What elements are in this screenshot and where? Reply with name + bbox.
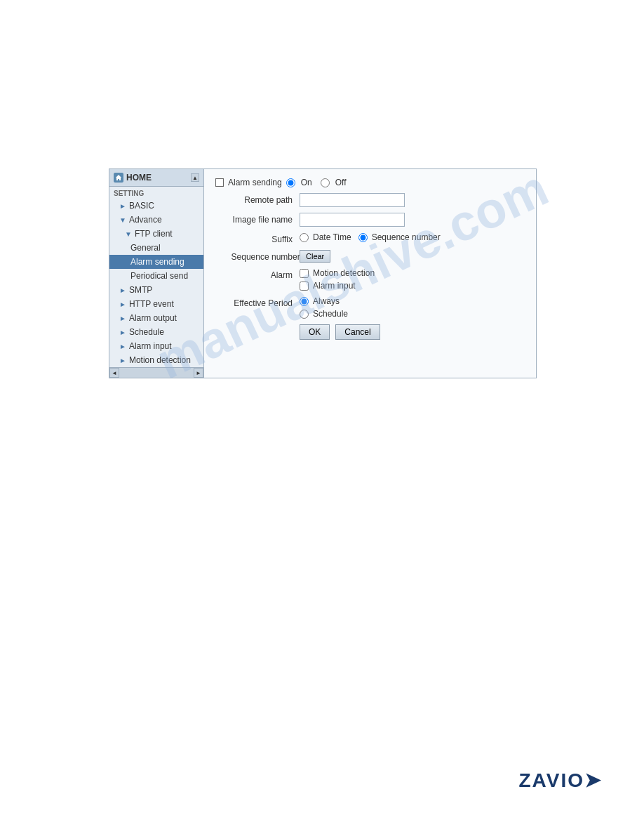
seq-clear-row: Sequence number clear Clear [215,250,525,263]
sidebar-home[interactable]: HOME ▲ [109,169,203,187]
effective-period-row: Effective Period Always Schedule [215,296,525,319]
alarm-label: Alarm [215,268,300,280]
alarm-input-checkbox[interactable] [300,282,309,291]
sidebar-item-alarm-input[interactable]: ► Alarm input [109,339,203,353]
main-content: Alarm sending On Off Remote path Image f… [204,169,536,378]
sidebar-item-schedule[interactable]: ► Schedule [109,325,203,339]
alarm-sending-on-radio[interactable] [286,178,295,187]
http-arrow-icon: ► [119,300,126,308]
image-file-name-row: Image file name [215,213,525,227]
ok-button[interactable]: OK [300,324,330,340]
sidebar-item-alarm-sending[interactable]: Alarm sending [109,255,203,269]
alarm-input-checkbox-label: Alarm input [313,281,356,291]
schedule-form-label: Schedule [313,309,348,319]
alarm-output-arrow-icon: ► [119,315,126,322]
svg-marker-0 [116,175,121,180]
alarm-sending-checkbox-box [215,178,224,187]
sidebar-scroll-left-btn[interactable]: ◄ [109,368,119,378]
suffix-datetime-radio[interactable] [300,233,309,242]
smtp-arrow-icon: ► [119,286,126,294]
suffix-sequence-radio[interactable] [358,233,368,242]
sidebar-item-advance[interactable]: ▼ Advance [109,213,203,227]
alarm-output-label: Alarm output [129,313,177,323]
basic-label: BASIC [129,201,154,211]
smtp-label: SMTP [129,285,152,295]
periodical-send-label: Periodical send [130,271,188,281]
motion-detection-checkbox-label: Motion detection [313,268,375,278]
suffix-label: Suffix [215,232,300,244]
motion-detection-label: Motion detection [129,355,191,365]
alarm-sending-row: Alarm sending On Off [215,178,525,187]
alarm-sending-form-label: Alarm sending [228,178,282,187]
alarm-sending-on-label: On [301,178,312,187]
sidebar-scroll-up-btn[interactable]: ▲ [191,173,199,182]
alarm-row: Alarm Motion detection Alarm input [215,268,525,291]
ftp-client-label: FTP client [135,229,173,239]
ui-window: HOME ▲ SETTING ► BASIC ▼ Advance ▼ FTP c… [109,168,537,378]
http-event-label: HTTP event [129,299,174,309]
alarm-sending-sidebar-label: Alarm sending [130,257,185,267]
effective-period-label: Effective Period [215,296,300,308]
sidebar-item-smtp[interactable]: ► SMTP [109,283,203,297]
remote-path-label: Remote path [215,193,300,205]
remote-path-row: Remote path [215,193,525,207]
advance-label: Advance [129,215,162,225]
alarm-input-arrow-icon: ► [119,343,126,350]
logo-arrow: ➤ [584,769,602,791]
suffix-row: Suffix Date Time Sequence number [215,232,525,244]
image-file-name-label: Image file name [215,213,300,225]
alarm-sending-off-label: Off [335,178,347,187]
suffix-datetime-label: Date Time [313,232,351,242]
sidebar-item-http-event[interactable]: ► HTTP event [109,297,203,311]
remote-path-input[interactable] [300,193,405,207]
motion-detection-checkbox[interactable] [300,269,309,278]
basic-arrow-icon: ► [119,202,126,210]
alarm-sending-off-radio[interactable] [321,178,330,187]
effective-period-schedule-radio[interactable] [300,310,309,319]
advance-arrow-icon: ▼ [119,216,126,224]
sidebar-item-ftp-client[interactable]: ▼ FTP client [109,227,203,241]
general-label: General [130,243,161,253]
clear-button[interactable]: Clear [300,250,330,263]
home-label: HOME [126,173,152,183]
zavio-logo: ZAVIO➤ [519,769,602,792]
logo-text: ZAVIO [519,769,584,791]
schedule-arrow-icon: ► [119,329,126,336]
effective-period-always-radio[interactable] [300,297,309,306]
always-label: Always [313,296,340,306]
alarm-input-label: Alarm input [129,341,172,351]
sidebar-item-basic[interactable]: ► BASIC [109,199,203,213]
schedule-label: Schedule [129,327,164,337]
action-buttons-row: OK Cancel [215,324,525,340]
home-icon [114,173,123,183]
ftp-arrow-icon: ▼ [125,230,132,238]
sidebar-item-motion-detection[interactable]: ► Motion detection [109,353,203,367]
setting-label: SETTING [109,187,203,199]
suffix-sequence-label: Sequence number [372,232,441,242]
sidebar-item-alarm-output[interactable]: ► Alarm output [109,311,203,325]
motion-arrow-icon: ► [119,357,126,364]
cancel-button[interactable]: Cancel [335,324,380,340]
sidebar-item-periodical-send[interactable]: Periodical send [109,269,203,283]
sidebar-item-general[interactable]: General [109,241,203,255]
sidebar-scroll-right-btn[interactable]: ► [194,368,203,378]
sidebar: HOME ▲ SETTING ► BASIC ▼ Advance ▼ FTP c… [109,169,204,378]
image-file-name-input[interactable] [300,213,405,227]
